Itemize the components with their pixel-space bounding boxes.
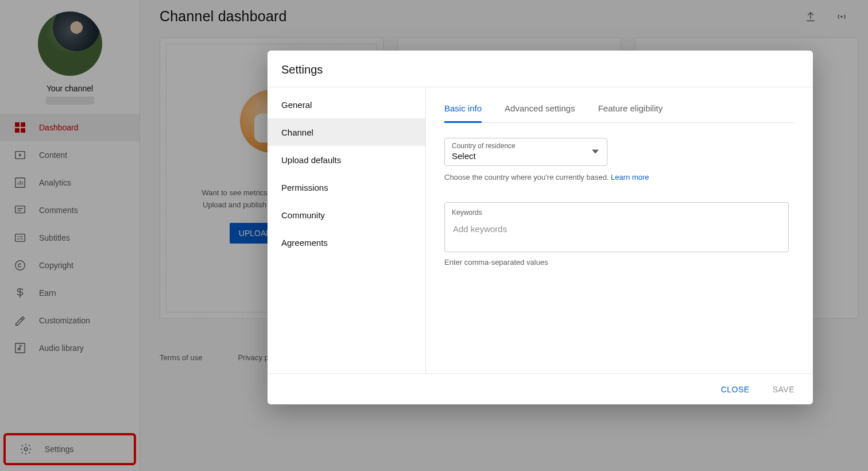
side-item-permissions[interactable]: Permissions [268, 173, 425, 201]
tab-basic-info[interactable]: Basic info [444, 103, 482, 122]
tab-label: Feature eligibility [598, 103, 663, 113]
modal-body: General Channel Upload defaults Permissi… [268, 87, 813, 373]
side-item-community[interactable]: Community [268, 201, 425, 229]
settings-modal: Settings General Channel Upload defaults… [268, 51, 813, 404]
country-helper-text: Choose the country where you're currentl… [444, 173, 609, 182]
country-field-block: Country of residence Select Choose the c… [444, 138, 795, 182]
modal-title: Settings [268, 51, 813, 87]
close-button[interactable]: CLOSE [718, 384, 753, 395]
country-value: Select [452, 151, 600, 161]
side-label: Permissions [281, 183, 328, 192]
keywords-helper: Enter comma-separated values [444, 258, 795, 267]
side-label: Channel [281, 128, 313, 137]
tab-label: Basic info [444, 103, 482, 113]
side-item-agreements[interactable]: Agreements [268, 229, 425, 256]
modal-content: Basic info Advanced settings Feature eli… [426, 87, 813, 373]
country-label: Country of residence [452, 142, 600, 150]
country-helper: Choose the country where you're currentl… [444, 173, 795, 182]
modal-tabs: Basic info Advanced settings Feature eli… [444, 87, 795, 123]
keywords-label: Keywords [452, 209, 781, 217]
tab-feature-eligibility[interactable]: Feature eligibility [598, 103, 663, 122]
side-item-upload-defaults[interactable]: Upload defaults [268, 146, 425, 173]
chevron-down-icon [592, 147, 599, 157]
save-button[interactable]: SAVE [769, 384, 798, 395]
tab-advanced-settings[interactable]: Advanced settings [505, 103, 575, 122]
side-label: General [281, 100, 312, 110]
learn-more-link[interactable]: Learn more [611, 173, 649, 182]
modal-footer: CLOSE SAVE [268, 373, 813, 404]
tab-label: Advanced settings [505, 103, 575, 113]
side-label: Upload defaults [281, 155, 341, 165]
side-item-general[interactable]: General [268, 91, 425, 118]
country-select[interactable]: Country of residence Select [444, 138, 607, 166]
side-label: Agreements [281, 238, 328, 248]
side-item-channel[interactable]: Channel [268, 118, 425, 146]
keywords-input[interactable] [452, 223, 781, 234]
keywords-field[interactable]: Keywords [444, 202, 789, 252]
side-label: Community [281, 210, 325, 220]
modal-side-nav: General Channel Upload defaults Permissi… [268, 87, 426, 373]
